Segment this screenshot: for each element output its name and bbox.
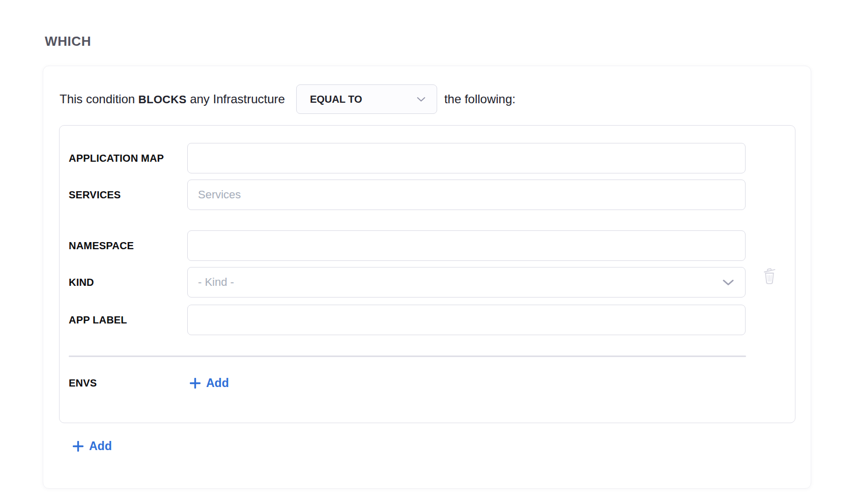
condition-card: This condition BLOCKS any Infrastructure… xyxy=(43,66,811,489)
trash-icon xyxy=(762,266,777,287)
operator-select-value: EQUAL TO xyxy=(310,94,362,105)
envs-add-button[interactable]: Add xyxy=(187,374,232,392)
divider xyxy=(69,355,746,357)
condition-suffix: the following: xyxy=(444,92,516,106)
field-row-application-map: APPLICATION MAP xyxy=(69,143,795,173)
plus-icon xyxy=(73,441,83,452)
kind-select[interactable]: - Kind - xyxy=(187,267,746,298)
services-label: SERVICES xyxy=(69,188,187,202)
section-heading: WHICH xyxy=(45,34,813,49)
services-input[interactable] xyxy=(187,180,746,210)
infrastructure-fields-panel: APPLICATION MAP SERVICES NAMESPACE xyxy=(59,125,795,423)
policy-condition-page: WHICH This condition BLOCKS any Infrastr… xyxy=(0,0,856,489)
add-infrastructure-button-label: Add xyxy=(89,439,112,453)
field-row-app-label: APP LABEL xyxy=(69,305,795,335)
condition-prefix: This condition xyxy=(60,92,135,106)
condition-sentence: This condition BLOCKS any Infrastructure… xyxy=(60,84,795,114)
field-row-envs: ENVS Add xyxy=(69,374,795,392)
field-row-kind: KIND - Kind - xyxy=(69,267,795,298)
plus-icon xyxy=(190,378,201,389)
app-label-input[interactable] xyxy=(187,305,746,335)
namespace-label: NAMESPACE xyxy=(69,239,187,253)
kind-select-placeholder: - Kind - xyxy=(198,276,234,289)
envs-add-button-label: Add xyxy=(206,376,229,390)
application-map-input[interactable] xyxy=(187,143,746,173)
field-row-services: SERVICES xyxy=(69,180,795,210)
application-map-label: APPLICATION MAP xyxy=(69,152,187,165)
kind-label: KIND xyxy=(69,276,187,289)
operator-select[interactable]: EQUAL TO xyxy=(296,84,437,114)
app-label-label: APP LABEL xyxy=(69,313,187,327)
add-infrastructure-button[interactable]: Add xyxy=(70,437,115,455)
condition-verb: BLOCKS xyxy=(138,93,187,106)
chevron-down-icon xyxy=(723,279,734,286)
field-row-namespace: NAMESPACE xyxy=(69,230,795,261)
condition-middle: any Infrastructure xyxy=(190,92,285,106)
namespace-input[interactable] xyxy=(187,230,746,261)
delete-condition-button[interactable] xyxy=(761,266,778,286)
envs-label: ENVS xyxy=(69,376,187,390)
chevron-down-icon xyxy=(417,97,425,102)
condition-text: This condition BLOCKS any Infrastructure xyxy=(60,92,285,106)
